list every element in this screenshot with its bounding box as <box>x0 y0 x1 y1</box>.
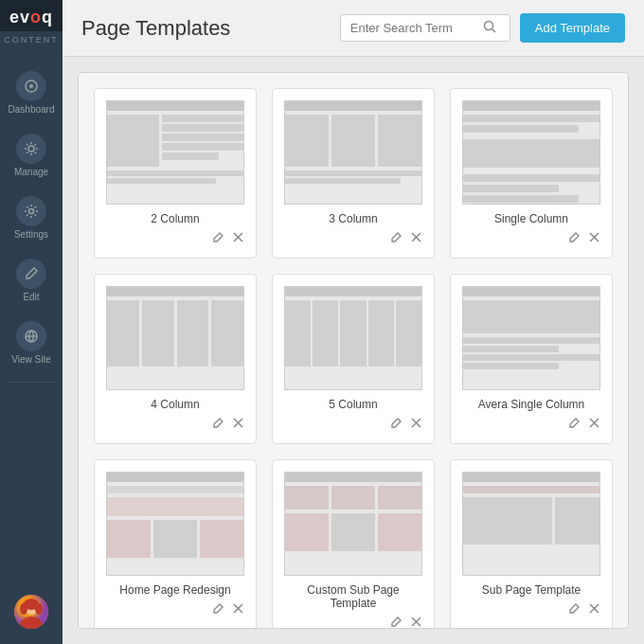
search-input[interactable] <box>350 21 483 35</box>
viewsite-label: View Site <box>11 354 51 365</box>
template-preview-2col <box>106 100 244 205</box>
template-actions-sub <box>568 602 600 617</box>
templates-grid: 2 Column <box>94 88 613 629</box>
template-actions-singlecol <box>568 231 600 246</box>
edit-template-5col[interactable] <box>390 417 402 432</box>
template-card-5col[interactable]: 5 Column <box>272 274 435 444</box>
template-preview-3col <box>284 100 422 205</box>
sidebar-item-viewsite[interactable]: View Site <box>0 312 63 374</box>
template-name-3col: 3 Column <box>329 212 377 225</box>
template-actions-2col <box>212 231 244 246</box>
template-preview-custom <box>284 472 422 576</box>
sidebar-subtitle: CONTENT <box>4 31 59 52</box>
template-card-4col[interactable]: 4 Column <box>94 274 257 444</box>
template-actions-3col <box>390 231 422 246</box>
dashboard-label: Dashboard <box>9 104 55 115</box>
settings-label: Settings <box>14 229 48 240</box>
svg-point-2 <box>28 146 34 152</box>
logo: evoq <box>0 0 63 31</box>
edit-icon <box>16 259 46 289</box>
grid-panel: 2 Column <box>78 72 629 629</box>
avatar-image <box>14 595 48 629</box>
edit-template-custom[interactable] <box>390 616 402 629</box>
template-name-sub: Sub Page Template <box>482 583 581 597</box>
template-actions-avera <box>568 417 600 432</box>
svg-point-9 <box>20 603 27 615</box>
delete-template-sub[interactable] <box>588 602 600 617</box>
template-name-4col: 4 Column <box>151 398 199 411</box>
delete-template-3col[interactable] <box>410 231 422 246</box>
sidebar-item-dashboard[interactable]: Dashboard <box>0 62 63 124</box>
delete-template-5col[interactable] <box>410 417 422 432</box>
viewsite-icon <box>16 321 46 351</box>
template-card-3col[interactable]: 3 Column <box>272 88 435 259</box>
template-preview-home <box>106 472 244 576</box>
svg-line-12 <box>492 29 495 33</box>
template-card-singlecol[interactable]: Single Column <box>450 88 613 259</box>
edit-label: Edit <box>23 292 39 302</box>
template-name-singlecol: Single Column <box>494 212 568 225</box>
template-name-5col: 5 Column <box>329 398 377 411</box>
manage-label: Manage <box>14 167 48 177</box>
delete-template-2col[interactable] <box>232 231 244 246</box>
dashboard-icon <box>16 71 46 101</box>
template-card-sub[interactable]: Sub Page Template <box>450 459 613 629</box>
svg-point-3 <box>29 209 34 214</box>
sidebar-item-manage[interactable]: Manage <box>0 124 63 187</box>
sidebar-divider <box>7 382 57 383</box>
template-preview-singlecol <box>462 100 600 205</box>
search-container <box>340 14 510 42</box>
template-preview-sub <box>462 472 600 576</box>
template-actions-custom <box>390 616 422 629</box>
delete-template-home[interactable] <box>232 602 244 617</box>
template-preview-avera <box>462 286 600 390</box>
delete-template-avera[interactable] <box>588 417 600 432</box>
logo-text: evoq <box>0 8 63 27</box>
template-name-custom: Custom Sub Page Template <box>284 583 422 610</box>
page-header: Page Templates Add Template <box>63 0 644 57</box>
template-preview-5col <box>284 286 422 390</box>
template-card-avera[interactable]: Avera Single Column <box>450 274 613 444</box>
template-name-home: Home Page Redesign <box>119 583 230 597</box>
user-avatar[interactable] <box>14 595 48 629</box>
template-name-avera: Avera Single Column <box>478 398 585 411</box>
delete-template-singlecol[interactable] <box>588 231 600 246</box>
edit-template-home[interactable] <box>212 602 224 617</box>
edit-template-singlecol[interactable] <box>568 231 581 246</box>
sidebar-nav: Dashboard Manage Settings <box>0 52 63 644</box>
svg-point-10 <box>35 603 43 615</box>
edit-template-2col[interactable] <box>212 231 224 246</box>
sidebar: evoq CONTENT Dashboard Manage <box>0 0 63 644</box>
sidebar-item-edit[interactable]: Edit <box>0 249 63 312</box>
main-content: Page Templates Add Template <box>63 0 644 644</box>
page-title: Page Templates <box>81 16 340 41</box>
template-card-home[interactable]: Home Page Redesign <box>94 459 257 629</box>
grid-wrapper: 2 Column <box>63 57 644 644</box>
manage-icon <box>16 134 46 164</box>
search-icon <box>483 20 496 36</box>
sidebar-item-settings[interactable]: Settings <box>0 187 63 249</box>
template-card-custom[interactable]: Custom Sub Page Template <box>272 459 435 629</box>
delete-template-4col[interactable] <box>232 417 244 432</box>
template-actions-4col <box>212 417 244 432</box>
edit-template-avera[interactable] <box>568 417 581 432</box>
template-actions-5col <box>390 417 422 432</box>
edit-template-3col[interactable] <box>390 231 402 246</box>
settings-icon <box>16 196 46 226</box>
add-template-button[interactable]: Add Template <box>520 13 625 43</box>
svg-point-11 <box>484 22 492 30</box>
template-card-2col[interactable]: 2 Column <box>94 88 257 259</box>
delete-template-custom[interactable] <box>410 616 422 629</box>
svg-point-1 <box>29 84 33 88</box>
template-actions-home <box>212 602 244 617</box>
template-name-2col: 2 Column <box>151 212 199 225</box>
edit-template-sub[interactable] <box>568 602 581 617</box>
template-preview-4col <box>106 286 244 390</box>
edit-template-4col[interactable] <box>212 417 224 432</box>
